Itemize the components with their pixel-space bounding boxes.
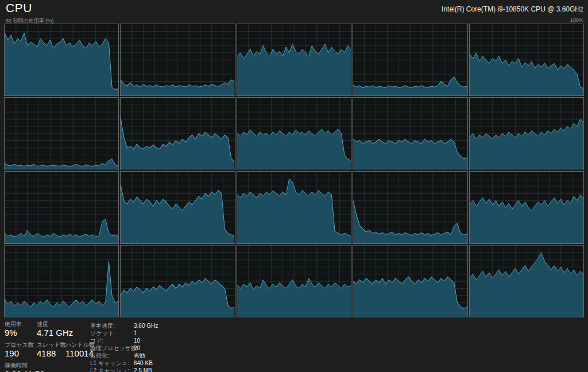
- cpu-core-graph-6[interactable]: [120, 97, 235, 170]
- cpu-core-graph-4[interactable]: [469, 24, 584, 96]
- processes-value: 190: [5, 348, 34, 359]
- cpu-core-graph-8[interactable]: [353, 97, 467, 170]
- cpu-core-graph-10[interactable]: [4, 171, 119, 244]
- cpu-core-graph-18[interactable]: [353, 245, 467, 317]
- cpu-core-graph-14[interactable]: [469, 171, 584, 244]
- cpu-core-graph-7[interactable]: [237, 97, 351, 170]
- detail-row: L1 キャッシュ: 640 KB: [90, 359, 216, 367]
- cpu-core-graph-11[interactable]: [120, 171, 235, 244]
- task-manager-cpu-page: CPU Intel(R) Core(TM) i9-10850K CPU @ 3.…: [0, 0, 588, 372]
- cpu-core-graph-3[interactable]: [353, 24, 467, 96]
- detail-row: ソケット: 1: [90, 329, 216, 337]
- utilization-label: 使用率: [5, 321, 34, 328]
- cpu-core-graph-19[interactable]: [469, 245, 584, 317]
- cpu-graphs-grid: [4, 24, 584, 317]
- cpu-core-graph-2[interactable]: [237, 24, 351, 96]
- utilization-value: 9%: [5, 328, 34, 338]
- uptime-label: 稼働時間: [5, 362, 91, 369]
- cpu-core-graph-12[interactable]: [237, 171, 351, 244]
- cpu-core-graph-15[interactable]: [4, 245, 119, 317]
- detail-row: 仮想化: 有効: [90, 352, 216, 359]
- detail-row: コア: 10: [90, 337, 216, 344]
- cpu-core-graph-17[interactable]: [237, 245, 351, 317]
- cpu-core-graph-1[interactable]: [120, 24, 235, 96]
- detail-row: L2 キャッシュ: 2.5 MB: [90, 367, 216, 372]
- stats-panel: 使用率 速度 9% 4.71 GHz プロセス数 スレッド数 ハンドル数 190…: [5, 321, 583, 370]
- detail-row: 基本速度: 3.60 GHz: [90, 322, 216, 329]
- cpu-core-graph-16[interactable]: [120, 245, 235, 317]
- speed-label: 速度: [37, 321, 63, 328]
- cpu-core-graph-5[interactable]: [4, 97, 119, 170]
- page-title: CPU: [6, 1, 32, 15]
- threads-label: スレッド数: [37, 342, 63, 348]
- uptime-value: 0:02:11:59: [5, 369, 91, 372]
- cpu-core-graph-0[interactable]: [4, 24, 119, 96]
- handles-value: 110014: [65, 348, 94, 359]
- speed-value: 4.71 GHz: [37, 328, 63, 338]
- chart-max-label: 100%: [570, 17, 583, 23]
- processes-label: プロセス数: [5, 342, 34, 348]
- stats-left-block: 使用率 速度 9% 4.71 GHz プロセス数 スレッド数 ハンドル数 190…: [5, 321, 91, 372]
- cpu-core-graph-13[interactable]: [353, 171, 467, 244]
- threads-value: 4188: [37, 348, 63, 359]
- cpu-model-name: Intel(R) Core(TM) i9-10850K CPU @ 3.60GH…: [442, 5, 583, 13]
- detail-row: 論理プロセッサ数: 20: [90, 344, 216, 352]
- cpu-core-graph-9[interactable]: [469, 97, 584, 170]
- cpu-details-list: 基本速度: 3.60 GHz ソケット: 1 コア: 10 論理プロセッサ数: …: [90, 322, 216, 372]
